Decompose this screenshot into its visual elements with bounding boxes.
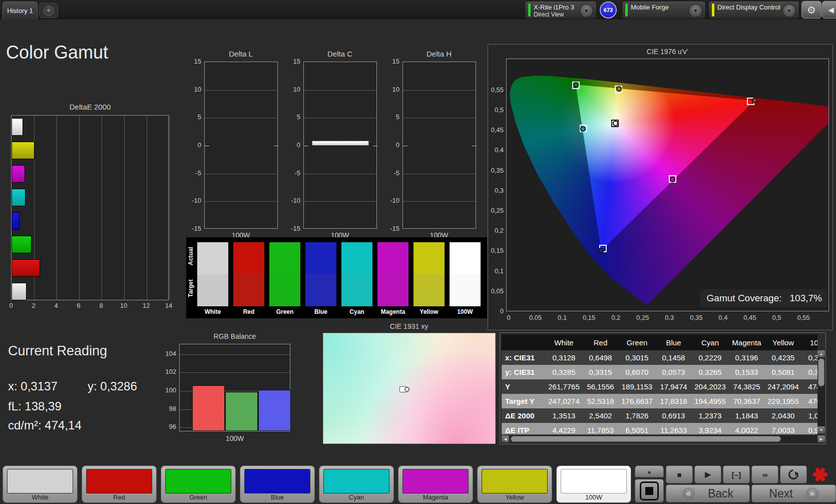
stop-button[interactable]: ■: [666, 465, 693, 483]
meter-dropdown[interactable]: X-Rite i1Pro 3 Direct View ▼: [525, 1, 597, 19]
table-cell: 0,6498: [582, 350, 619, 365]
chevron-down-icon[interactable]: ▼: [782, 4, 796, 18]
table-cell: 6,5051: [619, 423, 655, 434]
pattern-button-magenta[interactable]: Magenta: [398, 465, 473, 503]
deltae-x-tick: 10: [120, 302, 127, 309]
rgb-bar-green: [225, 392, 258, 431]
table-cell: 11,7853: [582, 423, 619, 434]
deltae2000-chart-title: DeltaE 2000: [70, 103, 111, 111]
delta_c-y-tick: -15: [282, 225, 300, 232]
scroll-up-icon[interactable]: ▲: [817, 350, 825, 357]
target-row-label: Target: [187, 275, 195, 301]
table-header-magenta: Magenta: [728, 334, 765, 350]
gridline: [403, 90, 476, 91]
play-button[interactable]: ▶: [694, 465, 721, 483]
scroll-right-icon[interactable]: ▶: [817, 435, 825, 442]
table-cell: 4,4229: [546, 423, 582, 434]
table-cell: 176,6637: [619, 394, 655, 408]
meter-mode: Direct View: [534, 11, 564, 18]
rgb-bar-blue: [258, 390, 291, 431]
table-cell: 474,14: [801, 379, 817, 394]
swatch-label: Magenta: [374, 308, 411, 315]
pattern-button-red[interactable]: Red: [82, 465, 157, 503]
back-button[interactable]: « Back: [666, 484, 750, 502]
swatch-label: White: [194, 308, 231, 315]
measurement-table: WhiteRedGreenBlueCyanMagentaYellow100Wx:…: [500, 332, 826, 444]
source-dropdown[interactable]: Mobile Forge ▼: [622, 1, 706, 19]
deltae-x-tick: 14: [165, 302, 172, 309]
table-header-red: Red: [582, 334, 619, 350]
table-row: x: CIE310,31280,64980,30150,14580,22290,…: [502, 350, 817, 365]
table-horizontal-scrollbar[interactable]: ◀ ▶: [502, 435, 825, 442]
cie1976-chart-title: CIE 1976 u'v': [647, 48, 688, 56]
delta-h-chart: [402, 62, 476, 229]
delta_h-y-tick: -15: [381, 225, 399, 232]
interval-button[interactable]: [–]: [723, 465, 750, 483]
plus-icon: +: [44, 6, 54, 16]
collapse-panel-button[interactable]: ◀: [822, 1, 836, 19]
pattern-button-green[interactable]: Green: [161, 465, 236, 503]
settings-button[interactable]: ⚙: [801, 1, 821, 19]
vertical-scroll-thumb[interactable]: [818, 358, 824, 386]
deltae-x-tick: 0: [9, 302, 13, 309]
workflow-status-stripe: [712, 4, 714, 17]
pattern-button-cyan[interactable]: Cyan: [319, 465, 394, 503]
rgb-x-label: 100W: [226, 434, 244, 442]
table-header-yellow: Yellow: [765, 334, 801, 350]
meter-count-badge: 673: [600, 2, 617, 19]
pattern-button-label: 100W: [557, 493, 631, 501]
cie-x-tick: 0,4: [718, 314, 727, 321]
cie1931-chart-title: CIE 1931 xy: [390, 322, 428, 330]
table-cell: 0,3137: [801, 350, 817, 365]
delta_l-y-tick: 5: [183, 113, 201, 121]
zero-tick: [304, 146, 308, 146]
loop-button[interactable]: ∞: [751, 465, 778, 483]
play-icon: ▶: [705, 470, 711, 479]
scroll-down-icon[interactable]: ▼: [817, 426, 825, 433]
pattern-button-label: Yellow: [478, 493, 552, 501]
add-tab-button[interactable]: +: [39, 3, 58, 18]
table-header-green: Green: [619, 334, 655, 350]
pattern-button-100w[interactable]: 100W: [556, 465, 631, 503]
pattern-swatch: [402, 469, 469, 493]
pattern-button-blue[interactable]: Blue: [240, 465, 315, 503]
cie-x-tick: 0,2: [611, 314, 620, 321]
table-row: ΔE ITP4,422911,78536,505111,26333,92344,…: [502, 423, 817, 434]
gridline: [180, 354, 290, 355]
delta_l-y-tick: 0: [183, 141, 201, 149]
tab-history-1[interactable]: History 1: [3, 2, 38, 19]
gridline: [403, 201, 476, 202]
chevron-down-icon[interactable]: ▼: [580, 4, 593, 18]
workflow-name: Direct Display Control: [717, 4, 780, 11]
table-cell: 74,3825: [728, 379, 765, 394]
horizontal-scroll-thumb[interactable]: [511, 436, 781, 442]
scroll-left-icon[interactable]: ◀: [502, 435, 509, 442]
cie-y-tick: 0,1: [475, 267, 504, 275]
pattern-button-yellow[interactable]: Yellow: [477, 465, 552, 503]
table-cell: 261,7765: [546, 379, 582, 394]
delta_h-y-tick: 0: [381, 141, 399, 149]
cie-y-tick: 0,35: [475, 167, 504, 174]
pattern-window-expand-button[interactable]: ▲: [635, 465, 664, 477]
chevron-down-icon[interactable]: ▼: [689, 4, 702, 18]
pattern-window-button[interactable]: [635, 479, 664, 502]
delta_h-y-tick: -10: [381, 197, 399, 204]
table-vertical-scrollbar[interactable]: ▲ ▼: [817, 350, 825, 433]
delta-h-chart-title: Delta H: [427, 50, 452, 58]
table-cell: 0,6913: [655, 408, 692, 423]
pattern-swatch: [7, 469, 73, 493]
deltae-bar-white: [12, 283, 27, 300]
deltae-x-tick: 12: [143, 302, 150, 309]
reading-y: y: 0,3286: [88, 379, 137, 393]
pattern-button-white[interactable]: White: [3, 465, 78, 503]
workflow-dropdown[interactable]: Direct Display Control ▼: [708, 1, 799, 19]
cie-x-tick: 0,15: [583, 314, 595, 321]
table-corner-cell: [502, 334, 546, 350]
zero-tick: [205, 146, 209, 146]
next-button[interactable]: Next »: [751, 484, 836, 502]
delta_l-y-tick: -15: [183, 225, 201, 232]
pattern-button-label: Blue: [240, 493, 314, 501]
gridline: [403, 174, 476, 174]
refresh-button[interactable]: [780, 465, 807, 483]
pattern-button-label: Magenta: [398, 493, 473, 501]
